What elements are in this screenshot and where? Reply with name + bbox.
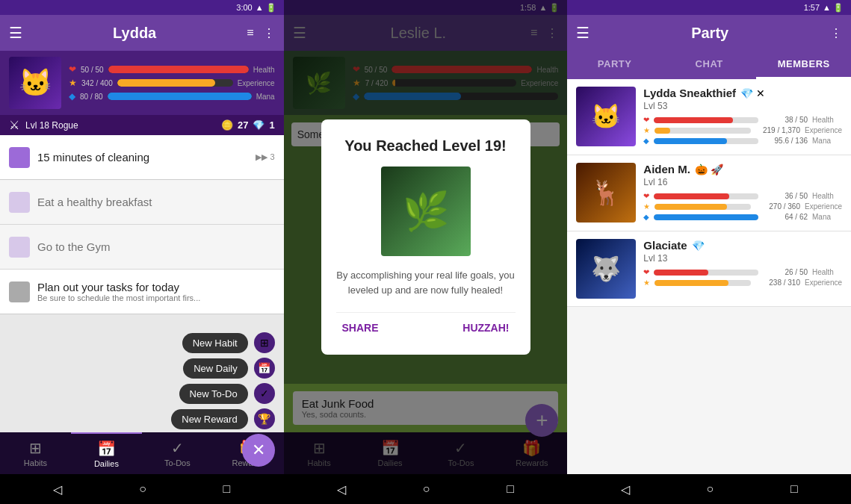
health-stat-1: ❤ 50 / 50 Health bbox=[69, 64, 275, 75]
member-mana-val-2: 64 / 62 bbox=[763, 213, 808, 221]
back-btn-3[interactable]: ◁ bbox=[621, 482, 630, 497]
member-info-3: Glaciate 💎 Lvl 13 ❤ 26 / 50 Health ★ bbox=[643, 239, 842, 289]
android-nav-3: ◁ ○ □ bbox=[567, 474, 851, 504]
task-item-3[interactable]: Go to the Gym bbox=[0, 225, 284, 270]
health-icon-m1: ❤ bbox=[643, 116, 649, 124]
recent-btn-1[interactable]: □ bbox=[223, 482, 231, 496]
level-text-1: Lvl 18 Rogue bbox=[25, 120, 78, 131]
health-value-1: 50 / 50 bbox=[81, 66, 104, 74]
home-btn-1[interactable]: ○ bbox=[139, 482, 146, 496]
task-content-1: 15 minutes of cleaning bbox=[37, 151, 248, 164]
member-health-bar-1 bbox=[654, 117, 758, 123]
member-card-1[interactable]: 🐱 Lydda Sneakthief 💎 ✕ Lvl 53 ❤ 38 / 50 bbox=[567, 79, 851, 155]
exp-value-1: 342 / 400 bbox=[81, 79, 113, 87]
tab-chat[interactable]: CHAT bbox=[662, 51, 757, 79]
menu-icon-1[interactable]: ☰ bbox=[9, 24, 22, 42]
member-mana-label-1: Mana bbox=[812, 137, 842, 145]
members-list: 🐱 Lydda Sneakthief 💎 ✕ Lvl 53 ❤ 38 / 50 bbox=[567, 79, 851, 474]
exp-bar-bg-1 bbox=[117, 79, 233, 87]
class-icon-1: ⚔ bbox=[9, 118, 19, 132]
member-exp-bar-3 bbox=[655, 280, 751, 286]
exp-icon-m2: ★ bbox=[643, 202, 650, 211]
new-reward-label[interactable]: New Reward bbox=[171, 409, 247, 429]
health-label-1: Health bbox=[253, 66, 275, 74]
member-exp-val-3: 238 / 310 bbox=[755, 279, 800, 287]
member-health-val-2: 36 / 50 bbox=[763, 192, 808, 200]
health-icon-1: ❤ bbox=[69, 64, 76, 75]
status-time-3: 1:57 bbox=[804, 3, 820, 12]
member-mana-row-2: ◆ 64 / 62 Mana bbox=[643, 213, 842, 221]
member-health-label-2: Health bbox=[812, 192, 842, 200]
task-title-3: Go to the Gym bbox=[37, 240, 275, 253]
task-content-3: Go to the Gym bbox=[37, 240, 275, 253]
home-btn-2[interactable]: ○ bbox=[423, 482, 430, 496]
recent-btn-3[interactable]: □ bbox=[790, 482, 798, 496]
new-todo-label[interactable]: New To-Do bbox=[179, 384, 248, 404]
mana-icon-1: ◆ bbox=[69, 91, 75, 102]
member-card-3[interactable]: 🐺 Glaciate 💎 Lvl 13 ❤ 26 / 50 Health bbox=[567, 231, 851, 307]
new-reward-icon: 🏆 bbox=[254, 408, 275, 429]
task-item-4[interactable]: Plan out your tasks for today Be sure to… bbox=[0, 270, 284, 314]
menu-icon-3[interactable]: ☰ bbox=[576, 24, 589, 42]
member-level-1: Lvl 53 bbox=[643, 101, 842, 111]
tab-party[interactable]: PARTY bbox=[567, 51, 662, 79]
task-checkbox-2[interactable] bbox=[9, 192, 30, 213]
new-habit-icon: ⊞ bbox=[254, 332, 275, 353]
recent-btn-2[interactable]: □ bbox=[507, 482, 514, 496]
gem-icon-1: 💎 bbox=[253, 119, 264, 131]
fab-new-todo[interactable]: New To-Do ✓ bbox=[179, 383, 275, 404]
fab-new-habit[interactable]: New Habit ⊞ bbox=[182, 332, 275, 353]
member-name-1: Lydda Sneakthief bbox=[643, 87, 736, 99]
character-level-row-1: ⚔ Lvl 18 Rogue 🪙 27 💎 1 bbox=[0, 115, 284, 135]
nav-dailies-1[interactable]: 📅 Dailies bbox=[71, 432, 142, 474]
huzzah-button[interactable]: HUZZAH! bbox=[457, 319, 515, 337]
member-name-row-2: Aiden M. 🎃 🚀 bbox=[643, 163, 842, 175]
task-item-2[interactable]: Eat a healthy breakfast bbox=[0, 180, 284, 225]
more-icon-3[interactable]: ⋮ bbox=[830, 26, 842, 40]
status-icons-1: ▲ 🔋 bbox=[256, 3, 276, 13]
task-checkbox-1[interactable] bbox=[9, 147, 30, 168]
fab-new-reward[interactable]: New Reward 🏆 bbox=[171, 408, 274, 429]
android-nav-1: ◁ ○ □ bbox=[0, 474, 284, 504]
back-btn-1[interactable]: ◁ bbox=[53, 482, 62, 497]
exp-stat-1: ★ 342 / 400 Experience bbox=[69, 78, 275, 88]
mana-value-1: 80 / 80 bbox=[80, 93, 103, 101]
share-button[interactable]: SHARE bbox=[336, 319, 385, 337]
status-icons-3: ▲ 🔋 bbox=[823, 3, 844, 13]
member-mana-val-1: 95.6 / 136 bbox=[763, 137, 808, 145]
exp-icon-1: ★ bbox=[69, 78, 77, 88]
member-exp-val-1: 219 / 1,370 bbox=[755, 126, 800, 134]
member-icons-2: 🎃 🚀 bbox=[695, 164, 723, 175]
task-content-4: Plan out your tasks for today Be sure to… bbox=[37, 281, 275, 302]
member-name-row-3: Glaciate 💎 bbox=[643, 239, 842, 252]
new-daily-label[interactable]: New Daily bbox=[183, 358, 248, 379]
fab-close-button[interactable]: ✕ bbox=[242, 434, 275, 467]
level-up-modal-overlay: You Reached Level 19! 🌿 By accomplishing… bbox=[284, 0, 568, 474]
modal-image: 🌿 bbox=[381, 167, 471, 256]
tab-members[interactable]: MEMBERS bbox=[756, 51, 851, 79]
task-checkbox-3[interactable] bbox=[9, 237, 30, 258]
back-btn-2[interactable]: ◁ bbox=[337, 482, 346, 497]
new-habit-label[interactable]: New Habit bbox=[182, 333, 248, 353]
member-card-2[interactable]: 🦌 Aiden M. 🎃 🚀 Lvl 16 ❤ 36 / 50 He bbox=[567, 155, 851, 231]
filter-icon-1[interactable]: ≡ bbox=[247, 26, 253, 40]
status-bar-1: 3:00 ▲ 🔋 bbox=[0, 0, 284, 15]
task-content-2: Eat a healthy breakfast bbox=[37, 196, 275, 208]
member-health-bar-2 bbox=[654, 193, 758, 199]
task-checkbox-4[interactable] bbox=[9, 281, 30, 302]
nav-habits-1[interactable]: ⊞ Habits bbox=[0, 432, 71, 474]
task-item-1[interactable]: 15 minutes of cleaning ▶▶ 3 bbox=[0, 135, 284, 180]
new-daily-icon: 📅 bbox=[254, 358, 275, 379]
member-exp-label-2: Experience bbox=[805, 202, 842, 211]
exp-label-1: Experience bbox=[238, 79, 275, 87]
dailies-icon-1: 📅 bbox=[97, 440, 116, 458]
fab-new-daily[interactable]: New Daily 📅 bbox=[183, 358, 275, 379]
exp-icon-m3: ★ bbox=[643, 279, 650, 287]
habits-icon-1: ⊞ bbox=[29, 439, 42, 457]
member-avatar-2: 🦌 bbox=[576, 163, 636, 223]
member-exp-bar-1 bbox=[655, 128, 751, 134]
mana-bar-bg-1 bbox=[108, 93, 252, 100]
member-health-val-3: 26 / 50 bbox=[763, 268, 808, 276]
more-icon-1[interactable]: ⋮ bbox=[263, 26, 275, 40]
home-btn-3[interactable]: ○ bbox=[706, 482, 714, 496]
